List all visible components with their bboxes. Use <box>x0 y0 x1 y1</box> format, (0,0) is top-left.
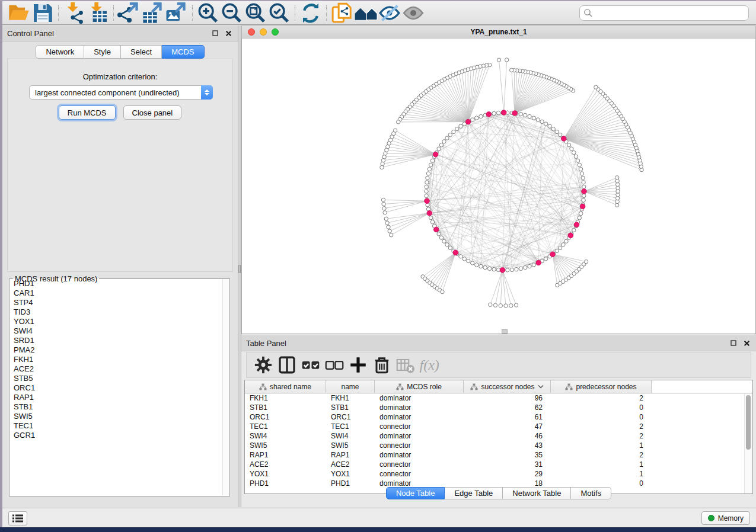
graph-node[interactable] <box>445 243 449 246</box>
mcds-result-item[interactable]: TEC1 <box>14 421 222 431</box>
graph-node[interactable] <box>574 155 578 158</box>
graph-leaf-node[interactable] <box>381 159 385 162</box>
graph-node[interactable] <box>510 268 513 271</box>
graph-node[interactable] <box>570 147 573 150</box>
graph-node[interactable] <box>471 261 474 265</box>
graph-node[interactable] <box>479 114 483 118</box>
graph-node[interactable] <box>462 257 466 261</box>
graph-leaf-node[interactable] <box>397 120 400 124</box>
graph-node[interactable] <box>506 268 509 272</box>
dominator-node[interactable] <box>550 252 556 257</box>
graph-node[interactable] <box>572 150 576 154</box>
graph-node[interactable] <box>459 255 462 258</box>
graph-node[interactable] <box>425 185 428 188</box>
table-row[interactable]: ACE2ACE2connector311 <box>245 460 752 469</box>
criterion-dropdown[interactable]: largest connected component (undirected) <box>29 85 213 100</box>
deselect-all-button[interactable] <box>324 354 345 376</box>
graph-leaf-node[interactable] <box>615 176 618 180</box>
network-canvas[interactable] <box>241 39 756 334</box>
graph-leaf-node[interactable] <box>388 229 391 233</box>
mcds-result-item[interactable]: GCR1 <box>14 431 222 440</box>
graph-node[interactable] <box>452 130 455 133</box>
run-mcds-button[interactable]: Run MCDS <box>59 105 116 120</box>
graph-leaf-node[interactable] <box>385 221 389 225</box>
graph-node[interactable] <box>448 246 452 249</box>
mcds-result-item[interactable]: TID3 <box>14 307 222 317</box>
graph-node[interactable] <box>564 239 568 243</box>
graph-node[interactable] <box>544 122 548 126</box>
column-header-name[interactable]: name <box>326 380 375 393</box>
dominator-node[interactable] <box>574 222 579 227</box>
graph-node[interactable] <box>572 228 576 232</box>
graph-node[interactable] <box>555 249 559 252</box>
mcds-result-item[interactable]: ORC1 <box>14 383 222 393</box>
graph-node[interactable] <box>445 136 449 140</box>
graph-leaf-node[interactable] <box>489 303 492 306</box>
first-neighbors-button[interactable] <box>354 3 378 23</box>
column-header-MCDS-role[interactable]: MCDS role <box>375 380 464 393</box>
dominator-node[interactable] <box>512 111 518 116</box>
mcds-result-item[interactable]: SRD1 <box>14 336 222 345</box>
graph-leaf-node[interactable] <box>441 290 444 293</box>
graph-node[interactable] <box>425 190 428 193</box>
graph-leaf-node[interactable] <box>382 207 386 210</box>
graph-node[interactable] <box>426 176 429 180</box>
function-builder-button[interactable]: f(x) <box>419 354 440 376</box>
column-header-shared-name[interactable]: shared name <box>245 380 326 393</box>
import-network-button[interactable] <box>62 3 86 23</box>
table-scrollbar-thumb[interactable] <box>746 395 751 450</box>
table-row[interactable]: ORC1ORC1dominator610 <box>245 412 752 422</box>
tab-network[interactable]: Network <box>36 45 84 59</box>
graph-node[interactable] <box>496 111 500 114</box>
graph-node[interactable] <box>551 127 555 131</box>
dominator-node[interactable] <box>568 233 573 238</box>
graph-node[interactable] <box>578 216 581 220</box>
graph-leaf-node[interactable] <box>380 165 384 169</box>
mcds-result-item[interactable]: PHD1 <box>14 279 222 289</box>
delete-column-button[interactable] <box>371 354 393 376</box>
splitter-handle[interactable] <box>238 265 241 273</box>
dominator-node[interactable] <box>562 136 567 142</box>
graph-node[interactable] <box>467 259 470 262</box>
zoom-in-button[interactable] <box>196 3 220 23</box>
mcds-result-item[interactable]: STP4 <box>14 298 222 307</box>
graph-node[interactable] <box>540 120 544 123</box>
graph-leaf-node[interactable] <box>387 225 390 229</box>
memory-button[interactable]: Memory <box>701 511 750 525</box>
graph-node[interactable] <box>579 167 582 171</box>
graph-leaf-node[interactable] <box>504 304 508 307</box>
dominator-node[interactable] <box>433 227 439 232</box>
graph-leaf-node[interactable] <box>514 303 518 307</box>
table-row[interactable]: FKH1FKH1dominator962 <box>245 393 752 403</box>
graph-leaf-node[interactable] <box>505 58 509 62</box>
graph-node[interactable] <box>582 185 586 188</box>
tab-motifs[interactable]: Motifs <box>571 487 611 499</box>
search-input[interactable] <box>579 5 749 21</box>
mcds-result-item[interactable]: FKH1 <box>14 355 222 364</box>
graph-node[interactable] <box>483 265 487 269</box>
graph-node[interactable] <box>515 267 518 271</box>
tab-network-table[interactable]: Network Table <box>503 487 571 499</box>
graph-node[interactable] <box>425 181 429 184</box>
graph-node[interactable] <box>532 263 535 267</box>
dominator-node[interactable] <box>425 198 430 204</box>
graph-node[interactable] <box>555 130 559 133</box>
tab-mcds[interactable]: MCDS <box>162 45 204 59</box>
task-history-button[interactable] <box>8 511 27 525</box>
mcds-result-item[interactable]: ACE2 <box>14 364 222 374</box>
dominator-node[interactable] <box>486 112 492 117</box>
graph-node[interactable] <box>532 116 535 120</box>
graph-node[interactable] <box>528 114 531 118</box>
graph-node[interactable] <box>475 116 479 120</box>
graph-node[interactable] <box>439 143 443 147</box>
graph-node[interactable] <box>559 246 562 249</box>
dominator-node[interactable] <box>536 260 541 265</box>
mcds-result-item[interactable]: PMA2 <box>14 345 222 355</box>
table-row[interactable]: TEC1TEC1connector472 <box>245 422 752 431</box>
graph-node[interactable] <box>567 143 570 147</box>
graph-node[interactable] <box>519 112 522 116</box>
mcds-result-item[interactable]: RAP1 <box>14 393 222 402</box>
graph-leaf-node[interactable] <box>594 85 598 89</box>
graph-leaf-node[interactable] <box>493 303 497 307</box>
dominator-node[interactable] <box>465 119 471 124</box>
